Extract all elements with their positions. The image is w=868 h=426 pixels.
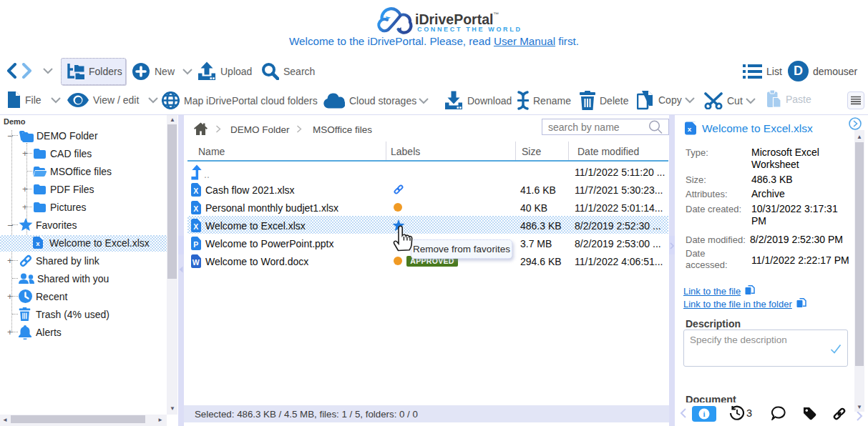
svg-text:X: X — [193, 204, 198, 213]
svg-text:P: P — [193, 240, 198, 249]
svg-text:X: X — [193, 187, 198, 195]
svg-text:x: x — [36, 239, 40, 247]
svg-text:W: W — [192, 258, 200, 267]
svg-text:x: x — [688, 125, 692, 133]
svg-text:X: X — [193, 222, 198, 231]
